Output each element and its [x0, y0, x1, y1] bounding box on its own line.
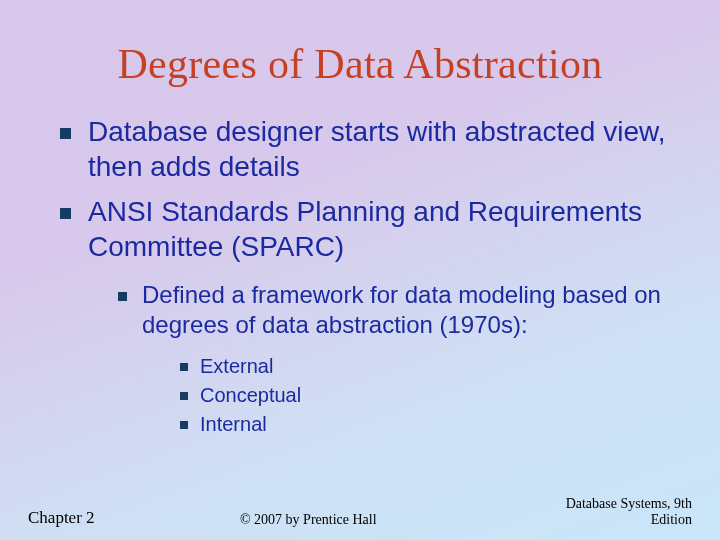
bullet-item: External — [180, 354, 680, 379]
bullet-item: Defined a framework for data modeling ba… — [118, 280, 680, 437]
bullet-item: Internal — [180, 412, 680, 437]
slide-title: Degrees of Data Abstraction — [40, 40, 680, 88]
footer-book-title: Database Systems, 9th Edition — [522, 496, 692, 528]
bullet-item: ANSI Standards Planning and Requirements… — [60, 194, 680, 437]
bullet-item: Conceptual — [180, 383, 680, 408]
bullet-item: Database designer starts with abstracted… — [60, 114, 680, 184]
slide-container: Degrees of Data Abstraction Database des… — [0, 0, 720, 540]
slide-footer: Chapter 2 © 2007 by Prentice Hall Databa… — [0, 496, 720, 528]
bullet-text: ANSI Standards Planning and Requirements… — [88, 196, 642, 262]
bullet-list-level1: Database designer starts with abstracted… — [40, 114, 680, 437]
bullet-text: Defined a framework for data modeling ba… — [142, 281, 661, 338]
bullet-list-level3: External Conceptual Internal — [142, 354, 680, 437]
footer-line2: Edition — [651, 512, 692, 527]
bullet-list-level2: Defined a framework for data modeling ba… — [88, 280, 680, 437]
footer-line1: Database Systems, 9th — [566, 496, 692, 511]
footer-copyright: © 2007 by Prentice Hall — [95, 512, 522, 528]
footer-chapter: Chapter 2 — [28, 508, 95, 528]
